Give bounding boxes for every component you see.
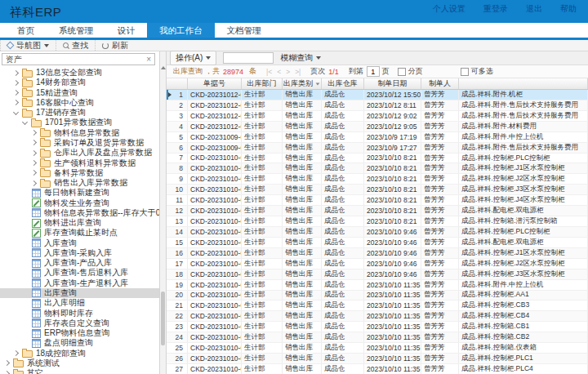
table-cell[interactable]: 生计部 [242,100,283,110]
tree-item[interactable]: 出入库明细 [0,298,160,308]
scroll-up-icon[interactable] [161,66,166,69]
table-cell[interactable]: 成品仓 [322,216,364,226]
table-cell[interactable]: 曾芳芳 [421,111,459,121]
row-number-cell[interactable]: 26 [167,354,188,363]
chevron-right-icon[interactable] [31,170,37,176]
table-cell[interactable]: 生计部 [242,364,283,374]
table-cell[interactable]: 销售出库 [283,195,322,205]
table-cell[interactable]: 成品仓 [322,163,364,173]
table-cell[interactable]: 销售出库 [283,311,322,321]
tree-item[interactable]: 物料发生业务查询 [0,198,160,207]
table-cell[interactable]: 销售出库 [283,343,322,353]
table-row[interactable]: 4CKD-20231012-006生计部销售出库成品仓2023/10/12 9:… [167,122,588,132]
table-cell[interactable]: 2023/10/9 17:27 [364,143,421,153]
table-cell[interactable]: 成品.祥科.控制柜.J3区水泵控制柜 [459,185,588,194]
table-cell[interactable]: 2023/10/10 11:35 [364,354,421,363]
chevron-right-icon[interactable] [31,180,37,186]
table-cell[interactable]: 2023/10/10 9:46 [364,269,421,279]
table-cell[interactable]: 成品.祥科.控制柜.PLC控制柜 [459,227,588,237]
table-row[interactable]: 16CKD-20231010-004生计部销售出库成品仓2023/10/10 9… [167,248,588,259]
column-header-8[interactable] [459,78,588,89]
table-cell[interactable]: 2023/10/12 9:05 [364,122,421,131]
table-row[interactable]: 26CKD-20231010-008生计部销售出库成品仓2023/10/10 1… [167,354,588,364]
table-cell[interactable]: CKD-20231012-006 [188,122,242,131]
table-cell[interactable]: 成品仓 [322,206,364,216]
table-cell[interactable]: 2023/10/10 11:35 [364,301,421,310]
table-cell[interactable]: 曾芳芳 [421,174,459,184]
tree-item[interactable]: 库存查询截止某时点 [0,228,160,238]
chevron-right-icon[interactable] [13,100,19,105]
tree-search-input[interactable] [2,55,143,64]
table-row[interactable]: 17CKD-20231010-004生计部销售出库成品仓2023/10/10 9… [167,259,588,269]
table-cell[interactable]: 成品仓 [322,100,364,110]
table-cell[interactable]: 生计部 [242,206,283,216]
table-cell[interactable]: 生计部 [242,354,283,363]
table-cell[interactable]: CKD-20231009-025 [188,143,242,153]
table-cell[interactable]: 生计部 [242,322,283,332]
tree-item[interactable]: 采购订单及退货异常数据 [0,138,160,148]
tree-item[interactable]: 出库查询 [0,288,160,298]
operation-button[interactable]: 操作(A) [170,51,216,65]
table-cell[interactable]: 曾芳芳 [421,311,459,321]
table-cell[interactable]: 成品仓 [322,122,364,131]
table-cell[interactable]: 成品仓 [322,195,364,205]
table-cell[interactable]: 曾芳芳 [421,301,459,310]
tree-item[interactable]: 15精进查询 [0,88,160,98]
table-cell[interactable]: 成品.祥科.控制柜.CB3 [459,301,588,310]
table-cell[interactable]: 销售出库 [283,291,322,301]
table-cell[interactable]: CKD-20231012-004 [188,111,242,121]
table-cell[interactable]: CKD-20231012-017 [188,90,242,100]
table-cell[interactable]: 成品.祥科.附件.中控上位机 [459,132,588,142]
pager-next-icon[interactable]: > [286,68,290,76]
table-cell[interactable]: CKD-20231010-008 [188,280,242,290]
table-cell[interactable]: CKD-20231010-008 [188,332,242,342]
row-number-cell[interactable]: 10 [167,185,188,194]
table-cell[interactable]: 曾芳芳 [421,143,459,153]
table-cell[interactable]: 2023/10/12 15:50 [364,90,421,100]
table-row[interactable]: 6CKD-20231009-025生计部销售出库成品仓2023/10/9 17:… [167,143,588,154]
paging-checkbox[interactable] [398,68,406,76]
table-cell[interactable]: CKD-20231010-008 [188,311,242,321]
table-cell[interactable]: 生计部 [242,269,283,279]
tree-item[interactable]: 每日物料新建查询 [0,188,160,198]
table-cell[interactable]: 2023/10/10 11:35 [364,364,421,374]
table-cell[interactable]: CKD-20231010-008 [188,343,242,353]
table-cell[interactable]: 生计部 [242,132,283,142]
row-number-cell[interactable]: 5 [167,132,188,142]
table-row[interactable]: 25CKD-20231010-008生计部销售出库成品仓2023/10/10 1… [167,343,588,354]
chevron-right-icon[interactable] [13,80,19,86]
table-cell[interactable]: 2023/10/10 8:21 [364,216,421,226]
table-cell[interactable]: 2023/10/12 9:02 [364,111,421,121]
table-cell[interactable]: 生计部 [242,238,283,247]
table-cell[interactable]: 销售出库 [283,322,322,332]
row-number-cell[interactable]: 12 [167,206,188,216]
row-number-cell[interactable]: 18 [167,269,188,279]
table-cell[interactable]: 成品.祥科.控制柜.J1区水泵控制柜 [459,248,588,258]
table-cell[interactable]: 销售出库 [283,143,322,153]
row-number-cell[interactable]: 21 [167,301,188,310]
table-cell[interactable]: CKD-20231010-001 [188,163,242,173]
table-cell[interactable]: 成品.祥科.控制柜.PLC4 [459,364,588,374]
table-cell[interactable]: 生计部 [242,143,283,153]
column-header-2[interactable]: 单据号 [188,78,242,89]
table-cell[interactable]: CKD-20231010-008 [188,291,242,301]
table-cell[interactable]: 成品仓 [322,354,364,363]
table-cell[interactable]: 销售出库 [283,122,322,131]
column-header-5[interactable]: 出库仓库 [322,78,364,89]
table-cell[interactable]: 销售出库 [283,206,322,216]
table-cell[interactable]: 2023/10/10 8:21 [364,195,421,205]
table-cell[interactable]: 销售出库 [283,154,322,163]
chevron-right-icon[interactable] [31,140,37,145]
table-cell[interactable]: 曾芳芳 [421,185,459,194]
table-cell[interactable]: 成品.祥科.控制箱.CB1 [459,322,588,332]
table-cell[interactable]: 曾芳芳 [421,343,459,353]
table-cell[interactable]: 成品.祥科.附件.中控上位机 [459,280,588,290]
table-row[interactable]: 22CKD-20231010-008生计部销售出库成品仓2023/10/10 1… [167,311,588,322]
table-cell[interactable]: CKD-20231010-001 [188,185,242,194]
table-cell[interactable]: 成品仓 [322,174,364,184]
table-row[interactable]: 23CKD-20231010-008生计部销售出库成品仓2023/10/10 1… [167,322,588,332]
row-number-cell[interactable]: 27 [167,364,188,374]
pager-first-icon[interactable]: |< [266,68,272,76]
table-cell[interactable]: 2023/10/10 11:35 [364,291,421,301]
tree-item[interactable]: ERP物料信息查询 [0,328,160,338]
